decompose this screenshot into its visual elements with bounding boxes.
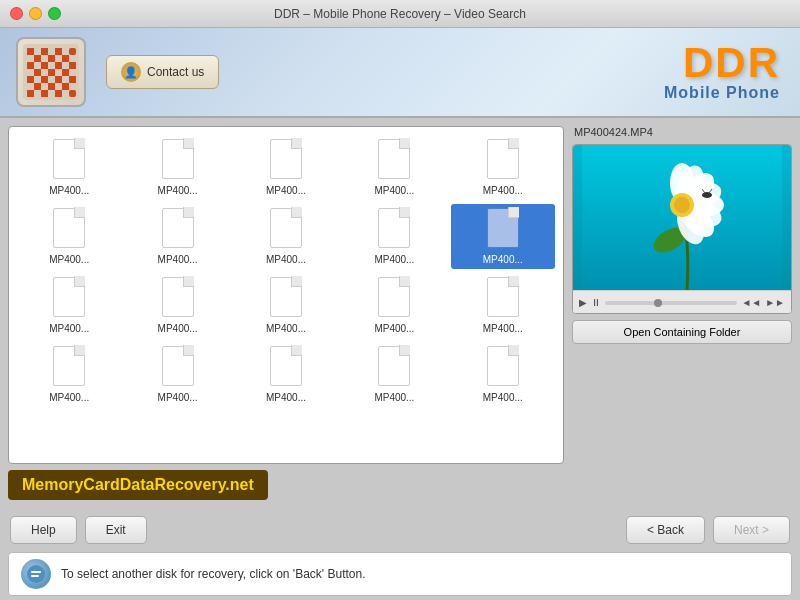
file-item[interactable]: MP400...: [451, 273, 555, 338]
svg-rect-6: [48, 55, 55, 62]
file-label: MP400...: [158, 185, 198, 196]
play-icon[interactable]: ▶: [579, 297, 587, 308]
file-item[interactable]: MP400...: [234, 273, 338, 338]
status-message: To select another disk for recovery, cli…: [61, 567, 366, 581]
file-grid: MP400...MP400...MP400...MP400...MP400...…: [9, 127, 563, 463]
file-icon: [160, 277, 196, 321]
file-label: MP400...: [266, 323, 306, 334]
banner-text: MemoryCardDataRecovery.net: [22, 476, 254, 493]
svg-rect-3: [55, 48, 62, 55]
file-item[interactable]: MP400...: [234, 204, 338, 269]
file-grid-panel: MP400...MP400...MP400...MP400...MP400...…: [8, 126, 564, 464]
file-label: MP400...: [483, 185, 523, 196]
file-icon: [51, 346, 87, 390]
file-item[interactable]: MP400...: [451, 342, 555, 407]
svg-rect-16: [41, 76, 48, 83]
back-button[interactable]: < Back: [626, 516, 705, 544]
svg-rect-9: [41, 62, 48, 69]
file-icon: [376, 346, 412, 390]
file-label: MP400...: [483, 392, 523, 403]
file-icon: [51, 139, 87, 183]
preview-panel: MP400424.MP4: [572, 126, 792, 464]
file-icon: [160, 139, 196, 183]
contact-button[interactable]: 👤 Contact us: [106, 55, 219, 89]
minimize-button[interactable]: [29, 7, 42, 20]
file-icon: [376, 277, 412, 321]
logo-icon: [23, 44, 79, 100]
chat-icon: [26, 564, 46, 584]
video-controls[interactable]: ▶ ⏸ ◄◄ ►►: [573, 290, 791, 314]
main-content: MP400...MP400...MP400...MP400...MP400...…: [0, 118, 800, 508]
file-icon: [485, 346, 521, 390]
file-item[interactable]: MP400...: [125, 135, 229, 200]
file-label: MP400...: [49, 392, 89, 403]
file-item[interactable]: MP400...: [451, 204, 555, 269]
file-icon: [51, 208, 87, 252]
pause-icon[interactable]: ⏸: [591, 297, 601, 308]
svg-rect-12: [34, 69, 41, 76]
svg-rect-19: [34, 83, 41, 90]
status-bar: To select another disk for recovery, cli…: [8, 552, 792, 596]
progress-indicator: [654, 299, 662, 307]
volume-left-icon[interactable]: ◄◄: [741, 297, 761, 308]
file-item[interactable]: MP400...: [234, 342, 338, 407]
file-item[interactable]: MP400...: [125, 204, 229, 269]
file-label: MP400...: [374, 392, 414, 403]
file-item[interactable]: MP400...: [17, 273, 121, 338]
file-label: MP400...: [158, 392, 198, 403]
file-item[interactable]: MP400...: [17, 135, 121, 200]
file-label: MP400...: [374, 254, 414, 265]
svg-point-38: [702, 192, 712, 198]
svg-rect-4: [69, 48, 76, 55]
file-item[interactable]: MP400...: [17, 342, 121, 407]
file-icon: [268, 346, 304, 390]
svg-rect-20: [48, 83, 55, 90]
brand: DDR Mobile Phone: [664, 42, 780, 102]
svg-rect-17: [55, 76, 62, 83]
svg-rect-23: [41, 90, 48, 97]
file-item[interactable]: MP400...: [342, 135, 446, 200]
volume-right-icon[interactable]: ►►: [765, 297, 785, 308]
file-item[interactable]: MP400...: [342, 204, 446, 269]
file-label: MP400...: [266, 254, 306, 265]
file-label: MP400...: [483, 254, 523, 265]
title-bar: DDR – Mobile Phone Recovery – Video Sear…: [0, 0, 800, 28]
bottom-bar: Help Exit < Back Next >: [0, 508, 800, 552]
svg-rect-8: [27, 62, 34, 69]
next-button[interactable]: Next >: [713, 516, 790, 544]
file-item[interactable]: MP400...: [342, 342, 446, 407]
file-icon: [51, 277, 87, 321]
video-image: [573, 145, 791, 290]
file-label: MP400...: [266, 392, 306, 403]
file-icon: [160, 208, 196, 252]
svg-rect-22: [27, 90, 34, 97]
file-label: MP400...: [49, 185, 89, 196]
file-item[interactable]: MP400...: [342, 273, 446, 338]
open-folder-button[interactable]: Open Containing Folder: [572, 320, 792, 344]
svg-point-41: [27, 565, 45, 583]
progress-bar[interactable]: [605, 301, 737, 305]
contact-label: Contact us: [147, 65, 204, 79]
file-label: MP400...: [49, 254, 89, 265]
svg-rect-7: [62, 55, 69, 62]
file-icon: [485, 277, 521, 321]
window-controls[interactable]: [10, 7, 61, 20]
file-item[interactable]: MP400...: [125, 342, 229, 407]
file-icon: [485, 208, 521, 252]
file-item[interactable]: MP400...: [17, 204, 121, 269]
close-button[interactable]: [10, 7, 23, 20]
content-row: MP400...MP400...MP400...MP400...MP400...…: [8, 126, 792, 464]
file-item[interactable]: MP400...: [234, 135, 338, 200]
exit-button[interactable]: Exit: [85, 516, 147, 544]
contact-icon: 👤: [121, 62, 141, 82]
svg-rect-21: [62, 83, 69, 90]
svg-rect-2: [41, 48, 48, 55]
file-item[interactable]: MP400...: [125, 273, 229, 338]
help-button[interactable]: Help: [10, 516, 77, 544]
brand-subtitle: Mobile Phone: [664, 84, 780, 102]
svg-rect-43: [31, 575, 39, 577]
file-item[interactable]: MP400...: [451, 135, 555, 200]
svg-rect-42: [31, 571, 41, 573]
maximize-button[interactable]: [48, 7, 61, 20]
svg-rect-13: [48, 69, 55, 76]
